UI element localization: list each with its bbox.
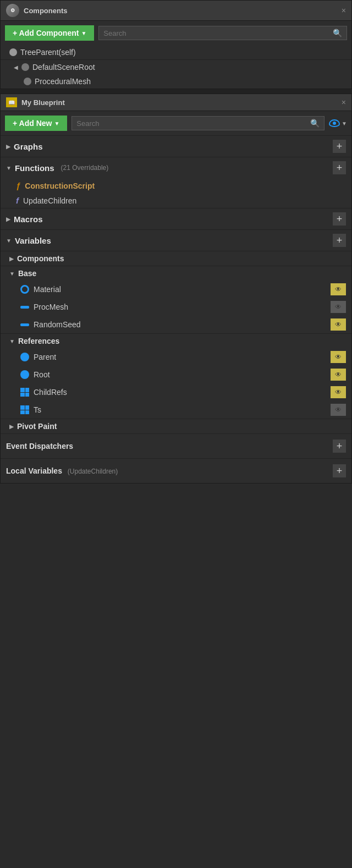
- blueprint-title-text: My Blueprint: [21, 98, 65, 107]
- components-search-input[interactable]: [103, 29, 329, 37]
- blueprint-close-button[interactable]: ×: [342, 98, 346, 106]
- func-item-updatechildren[interactable]: f UpdateChildren: [1, 193, 351, 208]
- blueprint-toolbar: + Add New ▼ 🔍 ▼: [1, 111, 351, 135]
- variables-text: Variables: [15, 236, 51, 245]
- functions-label: ▼ Functions (21 Overridable): [6, 163, 108, 173]
- components-title-text: Components: [24, 7, 67, 15]
- event-dispatchers-add-button[interactable]: +: [333, 440, 346, 453]
- procmesh-visibility-button[interactable]: 👁: [331, 301, 346, 313]
- visibility-eye-icon: [329, 119, 340, 127]
- tree-item-proceduralmesh[interactable]: ProceduralMesh: [1, 74, 351, 89]
- var-item-root[interactable]: Root 👁: [1, 366, 351, 383]
- proceduralmesh-label: ProceduralMesh: [35, 77, 91, 86]
- blueprint-search-input[interactable]: [76, 119, 307, 128]
- var-base-label: Base: [18, 269, 36, 278]
- root-type-icon: [20, 370, 29, 379]
- functions-badge: (21 Overridable): [61, 164, 109, 172]
- proceduralmesh-icon: [24, 78, 31, 85]
- treeparent-icon: [9, 48, 17, 56]
- functions-arrow: ▼: [6, 165, 12, 171]
- var-item-procmesh[interactable]: ProcMesh 👁: [1, 298, 351, 316]
- event-dispatchers-section[interactable]: Event Dispatchers +: [1, 433, 351, 458]
- procmesh-type-icon: [20, 306, 29, 309]
- parent-label: Parent: [34, 353, 56, 361]
- var-base-arrow: ▼: [9, 271, 15, 277]
- material-label: Material: [34, 285, 61, 294]
- childrefs-label: ChildRefs: [34, 388, 67, 397]
- tree-item-treeparent[interactable]: TreeParent(self): [1, 45, 351, 59]
- var-pivotpaint-label: Pivot Paint: [17, 422, 57, 431]
- constructionscript-icon: ƒ: [16, 181, 20, 190]
- graphs-section[interactable]: ▶ Graphs +: [1, 135, 351, 157]
- ts-visibility-button[interactable]: 👁: [331, 404, 346, 416]
- components-search-box[interactable]: 🔍: [98, 26, 347, 40]
- blueprint-search-box[interactable]: 🔍: [72, 116, 324, 130]
- macros-text: Macros: [14, 215, 43, 224]
- defaultsceneroot-arrow: ◀: [14, 64, 18, 70]
- add-component-label: + Add Component: [13, 29, 79, 37]
- variables-arrow: ▼: [6, 238, 12, 244]
- components-toolbar: + Add Component ▼ 🔍: [1, 21, 351, 45]
- graphs-text: Graphs: [14, 142, 43, 151]
- visibility-dropdown-arrow: ▼: [342, 120, 347, 127]
- local-variables-label: Local Variables: [6, 466, 62, 475]
- local-variables-sub: (UpdateChildren): [68, 468, 118, 475]
- randomseed-label: RandomSeed: [34, 320, 81, 329]
- var-references-arrow: ▼: [9, 338, 15, 344]
- childrefs-visibility-button[interactable]: 👁: [331, 386, 346, 398]
- blueprint-icon: 📖: [6, 97, 17, 107]
- graphs-add-button[interactable]: +: [333, 140, 346, 153]
- procmesh-label: ProcMesh: [34, 303, 68, 311]
- parent-visibility-button[interactable]: 👁: [331, 351, 346, 363]
- root-label: Root: [34, 370, 50, 379]
- variables-add-button[interactable]: +: [333, 234, 346, 247]
- visibility-filter[interactable]: ▼: [329, 119, 347, 127]
- defaultsceneroot-icon: [21, 63, 29, 71]
- add-new-label: + Add New: [13, 119, 52, 128]
- var-item-ts[interactable]: Ts 👁: [1, 401, 351, 419]
- parent-type-icon: [20, 353, 29, 361]
- var-pivotpaint-arrow: ▶: [9, 424, 14, 430]
- add-component-button[interactable]: + Add Component ▼: [5, 25, 94, 41]
- functions-text: Functions: [15, 163, 54, 173]
- local-variables-section[interactable]: Local Variables (UpdateChildren) +: [1, 458, 351, 483]
- root-visibility-button[interactable]: 👁: [331, 369, 346, 381]
- var-references-subsection: ▼ References: [1, 333, 351, 348]
- var-item-childrefs[interactable]: ChildRefs 👁: [1, 383, 351, 401]
- variables-label: ▼ Variables: [6, 236, 51, 245]
- macros-add-button[interactable]: +: [333, 212, 346, 226]
- components-panel-header: ⚙ Components ×: [1, 1, 351, 21]
- blueprint-search-icon: 🔍: [310, 119, 320, 128]
- updatechildren-label: UpdateChildren: [23, 196, 76, 205]
- material-visibility-button[interactable]: 👁: [331, 283, 346, 295]
- tree-item-defaultsceneroot[interactable]: ◀ DefaultSceneRoot: [1, 60, 351, 74]
- components-close-button[interactable]: ×: [342, 7, 346, 14]
- components-icon: ⚙: [6, 4, 19, 17]
- updatechildren-icon: f: [16, 196, 19, 205]
- macros-arrow: ▶: [6, 216, 10, 222]
- var-item-parent[interactable]: Parent 👁: [1, 348, 351, 366]
- add-new-arrow: ▼: [54, 120, 59, 127]
- randomseed-type-icon: [20, 323, 29, 326]
- graphs-label: ▶ Graphs: [6, 142, 43, 151]
- var-references-label: References: [18, 337, 60, 345]
- var-item-randomseed[interactable]: RandomSeed 👁: [1, 316, 351, 333]
- var-base-subsection: ▼ Base: [1, 266, 351, 281]
- var-components-label: Components: [17, 254, 64, 263]
- randomseed-visibility-button[interactable]: 👁: [331, 318, 346, 331]
- graphs-arrow: ▶: [6, 144, 10, 150]
- macros-section[interactable]: ▶ Macros +: [1, 208, 351, 229]
- var-components-subsection: ▶ Components: [1, 251, 351, 266]
- func-item-constructionscript[interactable]: ƒ ConstructionScript: [1, 178, 351, 193]
- functions-section[interactable]: ▼ Functions (21 Overridable) +: [1, 157, 351, 178]
- functions-add-button[interactable]: +: [333, 161, 346, 174]
- var-item-material[interactable]: Material 👁: [1, 281, 351, 298]
- components-panel-title: ⚙ Components: [6, 4, 67, 17]
- add-new-button[interactable]: + Add New ▼: [5, 116, 67, 131]
- var-pivotpaint-subsection: ▶ Pivot Paint: [1, 419, 351, 433]
- event-dispatchers-label: Event Dispatchers: [6, 442, 73, 451]
- ts-type-icon: [20, 405, 29, 414]
- ts-label: Ts: [34, 405, 41, 414]
- local-variables-add-button[interactable]: +: [333, 464, 346, 477]
- variables-section[interactable]: ▼ Variables +: [1, 229, 351, 251]
